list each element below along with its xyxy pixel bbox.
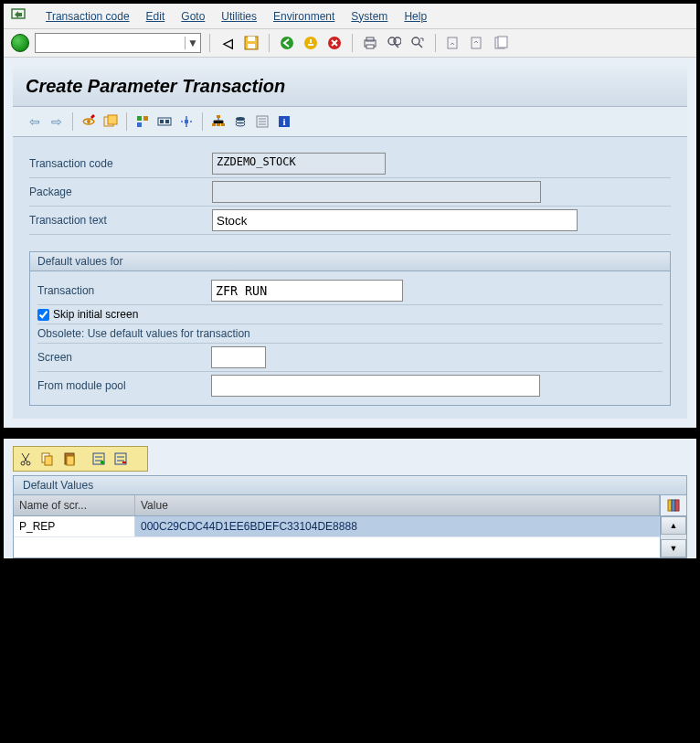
screen-label: Screen bbox=[37, 351, 211, 364]
svg-text:i: i bbox=[282, 116, 285, 127]
svg-point-17 bbox=[87, 120, 90, 123]
defaults-group-header: Default values for bbox=[30, 252, 670, 271]
back-green-icon[interactable] bbox=[278, 34, 296, 52]
separator bbox=[72, 112, 73, 131]
svg-point-4 bbox=[281, 37, 293, 49]
skip-initial-label: Skip initial screen bbox=[53, 308, 138, 321]
paste-icon[interactable] bbox=[59, 449, 80, 469]
hierarchy-icon[interactable] bbox=[209, 112, 228, 131]
window-menu-icon[interactable] bbox=[11, 7, 26, 25]
menu-environment[interactable]: Environment bbox=[273, 10, 334, 23]
cell-value[interactable]: 000C29CDC44D1EE6BDEFC33104DE8888 bbox=[135, 516, 660, 536]
tcode-field: ZZDEMO_STOCK bbox=[212, 153, 386, 175]
info-icon[interactable]: i bbox=[275, 112, 293, 131]
svg-rect-26 bbox=[185, 120, 188, 123]
back-icon[interactable]: ◁ bbox=[218, 34, 237, 52]
svg-rect-42 bbox=[67, 456, 74, 465]
col-header-name[interactable]: Name of scr... bbox=[14, 495, 135, 515]
separator bbox=[352, 34, 353, 52]
default-transaction-label: Transaction bbox=[37, 284, 211, 297]
table-row[interactable]: P_REP 000C29CDC44D1EE6BDEFC33104DE8888 bbox=[14, 516, 660, 536]
package-label: Package bbox=[29, 186, 212, 198]
svg-rect-2 bbox=[248, 37, 255, 41]
scroll-down-icon[interactable]: ▼ bbox=[661, 539, 686, 557]
cancel-icon[interactable] bbox=[325, 34, 344, 52]
copy-icon[interactable] bbox=[37, 449, 58, 469]
screen-input[interactable] bbox=[211, 346, 266, 368]
skip-initial-checkbox[interactable] bbox=[37, 309, 49, 321]
svg-rect-22 bbox=[137, 122, 142, 127]
separator bbox=[435, 34, 436, 52]
cell-name[interactable]: P_REP bbox=[14, 516, 135, 536]
separator bbox=[126, 112, 127, 131]
separator bbox=[202, 112, 203, 131]
nav-back-icon[interactable]: ⇦ bbox=[26, 112, 44, 131]
menu-edit[interactable]: Edit bbox=[146, 10, 165, 23]
module-pool-input[interactable] bbox=[211, 375, 540, 397]
svg-rect-21 bbox=[143, 116, 148, 121]
svg-rect-3 bbox=[248, 44, 255, 48]
command-input[interactable] bbox=[36, 37, 185, 49]
table-row-empty[interactable] bbox=[14, 536, 660, 557]
other-object-icon[interactable] bbox=[101, 112, 120, 131]
nav-forward-icon[interactable]: ⇨ bbox=[48, 112, 66, 131]
menu-transaction-code[interactable]: Transaction code bbox=[46, 10, 130, 23]
svg-rect-20 bbox=[137, 116, 142, 121]
default-values-header: Default Values bbox=[13, 475, 687, 495]
default-values-grid: Name of scr... Value P_REP 000C29CDC44D1… bbox=[13, 495, 687, 558]
svg-rect-9 bbox=[366, 45, 374, 48]
activate-icon[interactable] bbox=[155, 112, 174, 131]
cut-icon[interactable] bbox=[16, 449, 36, 469]
text-label: Transaction text bbox=[29, 214, 212, 227]
svg-rect-16 bbox=[498, 37, 507, 48]
transaction-text-input[interactable] bbox=[212, 209, 578, 231]
prev-page-icon[interactable] bbox=[468, 34, 486, 52]
main-toolbar: ▼ ◁ bbox=[4, 29, 696, 58]
display-change-icon[interactable] bbox=[80, 112, 98, 131]
layout-settings-icon[interactable] bbox=[661, 495, 686, 516]
scroll-up-icon[interactable]: ▲ bbox=[661, 516, 686, 535]
svg-rect-29 bbox=[217, 123, 220, 126]
insert-row-icon[interactable] bbox=[89, 449, 109, 469]
enter-icon[interactable] bbox=[11, 34, 29, 52]
find-next-icon[interactable] bbox=[408, 34, 427, 52]
svg-rect-24 bbox=[160, 120, 164, 123]
col-header-value[interactable]: Value bbox=[135, 495, 660, 515]
defaults-group: Default values for Transaction Skip init… bbox=[29, 251, 671, 406]
svg-rect-19 bbox=[108, 115, 117, 124]
list-icon[interactable] bbox=[253, 112, 271, 131]
command-field[interactable]: ▼ bbox=[35, 33, 201, 53]
svg-point-37 bbox=[21, 462, 25, 465]
first-page-icon[interactable] bbox=[444, 34, 462, 52]
check-icon[interactable] bbox=[133, 112, 152, 131]
print-icon[interactable] bbox=[361, 34, 379, 52]
exit-icon[interactable] bbox=[302, 34, 320, 52]
scrollbar[interactable] bbox=[661, 535, 686, 539]
obsolete-text: Obsolete: Use default values for transac… bbox=[37, 324, 663, 344]
bottom-window: Default Values Name of scr... Value P_RE… bbox=[0, 435, 700, 562]
save-icon[interactable] bbox=[242, 34, 260, 52]
separator bbox=[209, 34, 210, 52]
delete-row-icon[interactable] bbox=[111, 449, 131, 469]
svg-rect-27 bbox=[217, 115, 220, 118]
menu-system[interactable]: System bbox=[351, 10, 387, 23]
package-field bbox=[212, 181, 541, 203]
tcode-label: Transaction code bbox=[29, 157, 212, 170]
find-icon[interactable] bbox=[385, 34, 403, 52]
menu-utilities[interactable]: Utilities bbox=[221, 10, 257, 23]
svg-point-11 bbox=[394, 37, 401, 45]
stack-icon[interactable] bbox=[231, 112, 249, 131]
menu-help[interactable]: Help bbox=[404, 10, 427, 23]
svg-rect-28 bbox=[212, 123, 216, 126]
svg-rect-40 bbox=[45, 456, 52, 465]
dropdown-arrow-icon[interactable]: ▼ bbox=[185, 37, 200, 49]
menu-goto[interactable]: Goto bbox=[181, 10, 205, 23]
where-used-icon[interactable] bbox=[177, 112, 196, 131]
next-page-icon[interactable] bbox=[492, 34, 510, 52]
svg-point-12 bbox=[412, 37, 419, 45]
menubar: Transaction code Edit Goto Utilities Env… bbox=[4, 4, 696, 29]
default-transaction-input[interactable] bbox=[211, 280, 403, 302]
svg-rect-14 bbox=[472, 37, 481, 48]
module-pool-label: From module pool bbox=[37, 379, 211, 392]
content-area: Transaction code ZZDEMO_STOCK Package Tr… bbox=[13, 137, 687, 419]
